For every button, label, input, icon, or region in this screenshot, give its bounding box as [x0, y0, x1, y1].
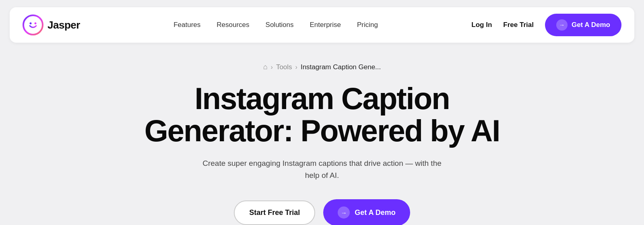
breadcrumb-current-page: Instagram Caption Gene...: [301, 63, 381, 71]
nav-solutions[interactable]: Solutions: [266, 21, 294, 29]
svg-point-2: [35, 23, 37, 25]
nav-pricing[interactable]: Pricing: [357, 21, 378, 29]
logo-group: Jasper: [23, 14, 80, 35]
nav-links: Features Resources Solutions Enterprise …: [173, 21, 378, 29]
get-demo-button[interactable]: → Get A Demo: [323, 199, 410, 225]
login-link[interactable]: Log In: [471, 21, 492, 29]
breadcrumb: ⌂ › Tools › Instagram Caption Gene...: [263, 63, 381, 71]
jasper-logo-icon: [23, 14, 43, 35]
hero-subtext: Create super engaging Instagram captions…: [197, 157, 447, 182]
demo-arrow-icon: →: [338, 206, 350, 219]
start-free-trial-button[interactable]: Start Free Trial: [234, 200, 315, 225]
breadcrumb-sep-2: ›: [295, 64, 297, 71]
svg-point-0: [23, 15, 43, 35]
main-content: ⌂ › Tools › Instagram Caption Gene... In…: [0, 43, 644, 225]
nav-features[interactable]: Features: [173, 21, 200, 29]
navbar: Jasper Features Resources Solutions Ente…: [10, 7, 634, 43]
get-demo-nav-button[interactable]: → Get A Demo: [545, 14, 621, 36]
breadcrumb-tools[interactable]: Tools: [276, 63, 292, 71]
hero-heading: Instagram Caption Generator: Powered by …: [141, 83, 503, 147]
nav-resources[interactable]: Resources: [217, 21, 249, 29]
svg-point-1: [30, 23, 32, 25]
navbar-right: Log In Free Trial → Get A Demo: [471, 14, 621, 36]
home-icon[interactable]: ⌂: [263, 63, 268, 71]
breadcrumb-sep-1: ›: [271, 64, 273, 71]
arrow-icon: →: [556, 19, 568, 31]
logo-text: Jasper: [47, 19, 80, 31]
cta-buttons: Start Free Trial → Get A Demo: [234, 199, 410, 225]
nav-enterprise[interactable]: Enterprise: [310, 21, 341, 29]
free-trial-link[interactable]: Free Trial: [503, 21, 534, 29]
